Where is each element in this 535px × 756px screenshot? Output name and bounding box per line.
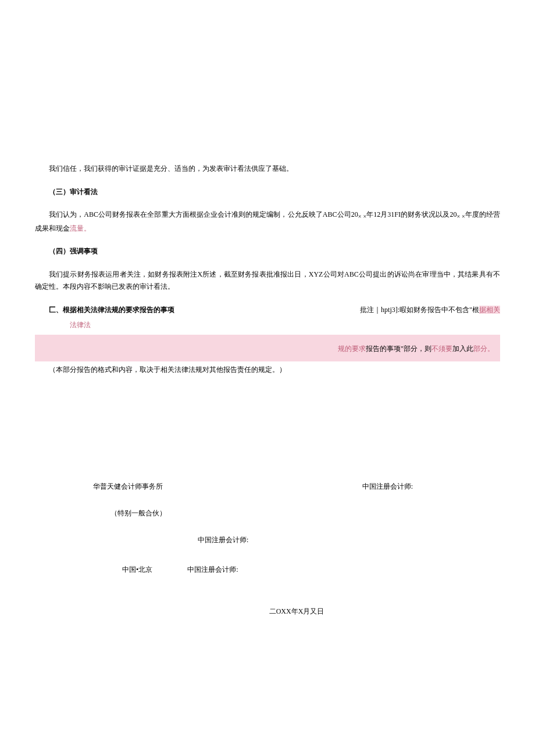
section-5-note: （本部分报告的格式和内容，取决于相关法律法规对其他报告责任的规定。） <box>35 364 500 377</box>
comment-text: 暇如财务报告中不包含"根 <box>400 306 479 314</box>
highlight-text: 加入此 <box>452 345 473 353</box>
highlight-text: 规 <box>338 345 345 353</box>
highlight-text: 不须要 <box>431 345 452 353</box>
partnership-type: （特别一般合伙） <box>110 507 500 520</box>
section-5-row: 匚、根据相关法律法规的要求报告的事项 批注｜hptj3]:暇如财务报告中不包含"… <box>35 304 500 317</box>
section-3-heading: （三）审计看法 <box>35 186 500 199</box>
section-5-heading: 匚、根据相关法律法规的要求报告的事项 <box>35 304 360 317</box>
highlight-text: 的要求 <box>345 345 366 353</box>
location: 中国•北京 <box>122 564 152 576</box>
section-3-body: 我们认为，ABC公司财务报表在全部重大方面根据企业会计准则的规定编制，公允反映了… <box>35 209 500 235</box>
comment-wrap-line: 法律法 <box>70 319 500 332</box>
signature-date: 二OXX年X月又日 <box>93 605 500 618</box>
comment-label: 批注｜hptj3]: <box>360 306 400 314</box>
comment-marker: 批注｜hptj3]:暇如财务报告中不包含"根据相关 <box>360 304 500 317</box>
intro-paragraph: 我们信任，我们获得的审计证据是充分、适当的，为发表审计看法供应了基础。 <box>35 163 500 175</box>
cpa-label-2: 中国注册会计师: <box>198 534 500 547</box>
highlight-text: 部分。 <box>473 345 494 353</box>
signature-row-3: 中国•北京 中国注册会计师: <box>35 564 500 576</box>
signature-row-1: 华普天健会计师事务所 中国注册会计师: <box>35 481 500 493</box>
signature-block: 华普天健会计师事务所 中国注册会计师: （特别一般合伙） 中国注册会计师: 中国… <box>35 481 500 618</box>
text-fragment-red: 流量。 <box>70 224 91 232</box>
comment-highlight-block: 规的要求报告的事项"部分，则不须要加入此部分。 <box>35 335 500 361</box>
cpa-label-3: 中国注册会计师: <box>187 564 238 576</box>
firm-name: 华普天健会计师事务所 <box>93 481 163 493</box>
highlight-text: 报告的事项"部分，则 <box>366 345 431 353</box>
section-4-body: 我们提示财务报表运用者关注，如财务报表附注X所述，截至财务报表批准报出日，XYZ… <box>35 268 500 293</box>
text-fragment: 我们认为，ABC公司财务报表在全部重大方面根据企业会计准则的规定编制，公允反映了… <box>49 210 358 218</box>
text-fragment: 年12月31FI的财务状况以及20 <box>366 210 456 218</box>
section-4-heading: （四）强调事项 <box>35 245 500 258</box>
comment-text-highlighted: 据相关 <box>479 306 500 314</box>
subscript-x: × <box>456 214 460 220</box>
cpa-label-1: 中国注册会计师: <box>362 481 413 493</box>
subscript-x: × <box>358 214 362 220</box>
